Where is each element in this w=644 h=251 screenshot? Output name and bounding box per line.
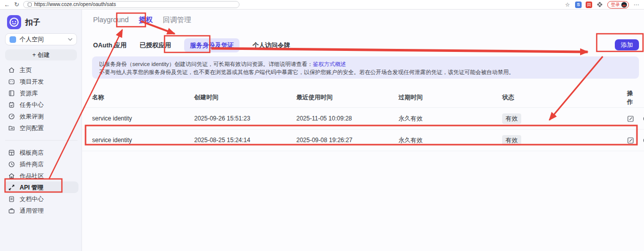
logo[interactable]: 扣子	[7, 15, 40, 29]
header-tabs: Playground 授权 回调管理	[93, 16, 191, 23]
sidebar-item-home[interactable]: 主页	[4, 64, 78, 76]
sidebar-item-plugin-store[interactable]: 插件商店	[4, 158, 78, 170]
home-icon	[8, 67, 15, 74]
edit-icon[interactable]	[627, 137, 634, 144]
docs-icon	[8, 196, 15, 203]
coze-logo-icon	[7, 15, 21, 29]
workspace-label: 个人空间	[20, 35, 64, 44]
sidebar-item-label: 文档中心	[20, 196, 44, 202]
cell-actions	[627, 137, 644, 144]
status-badge: 有效	[502, 113, 521, 124]
sidebar-item-evaluation[interactable]: 效果评测	[4, 110, 78, 122]
sidebar-divider	[5, 140, 77, 141]
subtab-oauth-apps[interactable]: OAuth 应用	[93, 38, 127, 53]
workspace-selector[interactable]: 个人空间	[5, 33, 77, 45]
evaluation-icon	[8, 113, 15, 120]
sidebar-item-general-management[interactable]: 通用管理	[4, 205, 78, 216]
cell-created: 2025-09-26 15:51:23	[194, 115, 296, 122]
login-label: 登录	[611, 3, 620, 7]
tab-authorization[interactable]: 授权	[139, 16, 153, 23]
browser-menu-icon[interactable]: ⋯	[633, 1, 640, 8]
sidebar-item-label: 空间配置	[20, 125, 44, 131]
url-text: https://www.coze.cn/open/oauth/sats	[34, 2, 116, 7]
main-content: Playground 授权 回调管理 OAuth 应用 已授权应用 服务身份及凭…	[82, 10, 644, 251]
credentials-table: 名称 创建时间 最近使用时间 过期时间 状态 操作 service identi…	[82, 88, 644, 151]
cell-status: 有效	[502, 113, 627, 124]
plugin-store-icon	[8, 161, 15, 168]
col-created: 创建时间	[194, 93, 296, 102]
sidebar-item-project-dev[interactable]: 项目开发	[4, 76, 78, 87]
bookmark-star-icon[interactable]: ☆	[564, 1, 571, 8]
cell-expires: 永久有效	[398, 114, 502, 123]
reload-icon[interactable]: ↻	[14, 2, 19, 8]
table-row: service identity 2025-08-25 15:24:14 202…	[82, 130, 644, 151]
template-store-icon	[8, 149, 15, 156]
address-bar[interactable]: https://www.coze.cn/open/oauth/sats	[23, 1, 239, 8]
create-button[interactable]: + 创建	[5, 49, 77, 60]
cell-name: service identity	[92, 115, 194, 122]
col-name: 名称	[92, 93, 194, 102]
general-icon	[8, 207, 15, 214]
cell-created: 2025-08-25 15:24:14	[194, 137, 296, 144]
sidebar-item-label: 主页	[20, 67, 32, 73]
community-icon	[8, 172, 15, 179]
extension-blue-icon[interactable]: S	[575, 2, 582, 8]
cell-actions	[627, 115, 644, 122]
page: 扣子 个人空间 + 创建 主页 项目开发 资源库 任务中心	[0, 10, 644, 251]
subtab-authorized-apps[interactable]: 已授权应用	[140, 38, 172, 53]
col-last-used: 最近使用时间	[296, 93, 398, 102]
sidebar-item-label: 效果评测	[20, 113, 44, 119]
col-expires: 过期时间	[398, 93, 502, 102]
project-icon	[8, 78, 15, 85]
chevron-down-icon	[68, 38, 72, 41]
subtab-service-identity[interactable]: 服务身份及凭证	[184, 38, 239, 53]
sidebar-item-library[interactable]: 资源库	[4, 87, 78, 99]
extensions-puzzle-icon[interactable]	[596, 1, 603, 8]
table-row: service identity 2025-09-26 15:51:23 202…	[82, 108, 644, 130]
col-actions: 操作	[627, 89, 637, 106]
space-config-icon	[8, 124, 15, 132]
task-icon	[8, 101, 15, 108]
logo-text: 扣子	[25, 18, 40, 27]
tab-callback-management[interactable]: 回调管理	[163, 16, 191, 23]
tab-playground[interactable]: Playground	[93, 16, 129, 23]
extension-red-icon[interactable]: 回	[586, 2, 592, 8]
sidebar-item-label: 作品社区	[20, 173, 44, 179]
cell-last-used: 2025-11-05 10:09:28	[296, 115, 398, 122]
sidebar: 扣子 个人空间 + 创建 主页 项目开发 资源库 任务中心	[0, 10, 82, 251]
banner-line2: 不要与他人共享您的服务身份及凭证，也不要在浏览器或其他客户端代码中暴露它，以保护…	[99, 68, 632, 76]
subtab-personal-access-token[interactable]: 个人访问令牌	[253, 38, 290, 53]
banner-line1-text: 以服务身份（service identity）创建访问凭证，可长期有效访问资源。…	[99, 61, 313, 67]
workspace-avatar	[10, 36, 16, 43]
sidebar-item-label: 资源库	[20, 90, 38, 96]
api-icon	[8, 184, 15, 191]
cell-expires: 永久有效	[398, 136, 502, 145]
browser-toolbar: ← ↻ https://www.coze.cn/open/oauth/sats …	[0, 0, 644, 10]
cell-status: 有效	[502, 135, 627, 146]
sidebar-item-task-center[interactable]: 任务中心	[4, 99, 78, 110]
browser-login-button[interactable]: 登录	[607, 1, 629, 9]
avatar	[621, 2, 627, 8]
cell-name: service identity	[92, 137, 194, 144]
table-header: 名称 创建时间 最近使用时间 过期时间 状态 操作	[82, 88, 644, 108]
auth-overview-link[interactable]: 鉴权方式概述	[313, 61, 346, 67]
subtab-row: OAuth 应用 已授权应用 服务身份及凭证 个人访问令牌	[93, 37, 640, 54]
sidebar-menu: 主页 项目开发 资源库 任务中心 效果评测 空间配置	[4, 64, 78, 216]
back-icon[interactable]: ←	[4, 2, 10, 8]
sidebar-item-label: 插件商店	[20, 161, 44, 167]
sidebar-item-community[interactable]: 作品社区	[4, 170, 78, 181]
col-status: 状态	[502, 93, 627, 102]
site-info-icon[interactable]	[28, 3, 32, 7]
info-banner: 以服务身份（service identity）创建访问凭证，可长期有效访问资源。…	[92, 56, 639, 79]
sidebar-item-docs-center[interactable]: 文档中心	[4, 193, 78, 205]
edit-icon[interactable]	[627, 115, 634, 122]
sidebar-item-label: 模板商店	[20, 150, 44, 156]
sidebar-item-label: 任务中心	[20, 102, 44, 108]
add-button[interactable]: 添加	[615, 39, 639, 50]
status-badge: 有效	[502, 135, 521, 146]
sidebar-item-api-management[interactable]: API 管理	[4, 181, 78, 193]
sidebar-item-space-config[interactable]: 空间配置	[4, 122, 78, 134]
banner-line1: 以服务身份（service identity）创建访问凭证，可长期有效访问资源。…	[99, 60, 632, 68]
library-icon	[8, 90, 15, 97]
sidebar-item-template-store[interactable]: 模板商店	[4, 147, 78, 158]
